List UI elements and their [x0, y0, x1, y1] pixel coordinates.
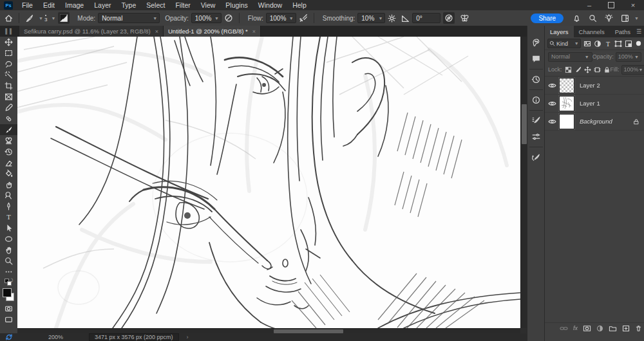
pressure-opacity-icon[interactable]	[224, 14, 233, 23]
lasso-tool[interactable]	[0, 59, 17, 69]
history-panel-icon[interactable]	[527, 71, 545, 88]
search-icon[interactable]	[589, 14, 597, 23]
layer-row-layer1[interactable]: Layer 1	[545, 95, 644, 113]
brushes-panel-icon[interactable]	[527, 129, 545, 145]
filter-adjustment-layers-icon[interactable]	[594, 39, 601, 48]
visibility-eye-icon[interactable]	[545, 82, 559, 89]
layer-thumbnail[interactable]	[559, 96, 574, 111]
dodge-tool[interactable]	[0, 190, 17, 201]
hand-tool[interactable]	[0, 244, 17, 255]
edit-toolbar-ellipsis-icon[interactable]	[0, 266, 17, 277]
menu-select[interactable]: Select	[141, 1, 170, 9]
layer-name[interactable]: Background	[580, 118, 633, 125]
canvas-viewport[interactable]	[17, 37, 520, 328]
menu-edit[interactable]: Edit	[38, 1, 60, 9]
layer-fill-input[interactable]: 100% ▼	[621, 65, 644, 75]
layer-name[interactable]: Layer 2	[580, 82, 644, 89]
color-swatches-control[interactable]	[0, 286, 17, 303]
object-selection-tool[interactable]	[0, 69, 17, 80]
share-button[interactable]: Share	[531, 14, 564, 23]
symmetry-butterfly-icon[interactable]	[460, 14, 469, 23]
smoothing-input[interactable]: 10% ▼	[357, 13, 385, 23]
close-button[interactable]: ×	[622, 0, 644, 10]
menu-window[interactable]: Window	[253, 1, 287, 9]
filter-type-layers-icon[interactable]: T	[604, 39, 612, 48]
swatches-panel-icon[interactable]	[527, 35, 545, 51]
document-tab-untitled[interactable]: Untitled-1 @ 200% (RGB/8) * ×	[164, 26, 261, 37]
brush-tool[interactable]	[0, 124, 17, 135]
brush-tool-preset-icon[interactable]	[25, 14, 33, 23]
move-tool[interactable]	[0, 37, 17, 48]
home-icon[interactable]	[5, 14, 13, 23]
menu-image[interactable]: Image	[60, 1, 89, 9]
brush-panel-toggle-icon[interactable]	[58, 12, 70, 24]
quick-mask-button[interactable]	[0, 303, 17, 314]
minimize-button[interactable]: –	[578, 0, 600, 10]
workspace-chevron-icon[interactable]: ▼	[634, 16, 639, 21]
brush-settings-panel-icon[interactable]	[527, 113, 545, 129]
zoom-level-value[interactable]: 200%	[48, 334, 63, 340]
layer-style-fx-icon[interactable]: fx	[573, 325, 578, 331]
tab-layers[interactable]: Layers	[545, 26, 574, 37]
paint-bucket-tool[interactable]	[0, 168, 17, 179]
new-layer-icon[interactable]	[622, 325, 630, 332]
brush-angle-input[interactable]: 0°	[412, 13, 440, 23]
path-selection-tool[interactable]	[0, 223, 17, 234]
notifications-bell-icon[interactable]	[573, 14, 581, 23]
menu-help[interactable]: Help	[287, 1, 312, 9]
comments-panel-icon[interactable]	[527, 51, 545, 67]
tab-paths[interactable]: Paths	[610, 26, 636, 37]
eraser-tool[interactable]	[0, 157, 17, 168]
eyedropper-tool[interactable]	[0, 102, 17, 113]
panel-collapse-icon[interactable]: ▌▌	[0, 26, 19, 37]
layer-name[interactable]: Layer 1	[580, 100, 644, 107]
frame-tool[interactable]	[0, 91, 17, 102]
healing-brush-tool[interactable]	[0, 113, 17, 124]
lock-paint-icon[interactable]	[574, 66, 582, 73]
pressure-size-icon[interactable]	[443, 12, 455, 24]
new-group-folder-icon[interactable]	[609, 325, 617, 332]
discover-lightbulb-icon[interactable]	[605, 14, 613, 23]
default-colors-control[interactable]: ⤸	[0, 277, 17, 286]
layer-opacity-input[interactable]: 100% ▼	[616, 52, 641, 62]
lock-position-icon[interactable]	[584, 66, 591, 73]
visibility-eye-icon[interactable]	[545, 118, 559, 125]
clone-stamp-tool[interactable]	[0, 135, 17, 146]
smudge-tool[interactable]	[0, 179, 17, 190]
pen-tool[interactable]	[0, 201, 17, 212]
brush-size-chevron-icon[interactable]: ▼	[51, 16, 55, 21]
blend-mode-select[interactable]: Normal ▼	[98, 13, 160, 23]
layer-thumbnail[interactable]	[559, 78, 574, 93]
marquee-tool[interactable]	[0, 48, 17, 59]
vertical-scrollbar-thumb[interactable]	[522, 104, 527, 144]
filter-shape-layers-icon[interactable]	[614, 39, 622, 48]
document-tab-sefikura[interactable]: Sefikura carry.psd @ 11.6% (Layer 23, RG…	[19, 26, 164, 37]
delete-layer-trash-icon[interactable]	[635, 325, 642, 332]
filter-pixel-layers-icon[interactable]	[583, 39, 591, 48]
link-layers-icon[interactable]	[560, 325, 568, 332]
layer-blend-mode-select[interactable]: Normal ▼	[548, 52, 592, 62]
menu-layer[interactable]: Layer	[89, 1, 116, 9]
crop-tool[interactable]	[0, 80, 17, 91]
opacity-input[interactable]: 100% ▼	[191, 13, 222, 23]
layer-row-background[interactable]: Background	[545, 113, 644, 131]
lock-transparency-icon[interactable]	[565, 66, 572, 73]
menu-plugins[interactable]: Plugins	[220, 1, 252, 9]
smoothing-gear-icon[interactable]	[388, 14, 396, 23]
menu-view[interactable]: View	[196, 1, 221, 9]
filter-smart-objects-icon[interactable]	[625, 39, 632, 48]
flow-input[interactable]: 100% ▼	[266, 13, 296, 23]
close-tab-icon[interactable]: ×	[252, 28, 256, 35]
swap-colors-icon[interactable]: ⤸	[10, 278, 13, 283]
brush-preset-chevron-icon[interactable]: ▼	[39, 16, 43, 21]
history-brush-tool[interactable]	[0, 146, 17, 157]
menu-file[interactable]: File	[17, 1, 38, 9]
type-tool[interactable]: T	[0, 212, 17, 223]
screen-mode-button[interactable]	[0, 314, 17, 325]
layer-row-layer2[interactable]: Layer 2	[545, 77, 644, 95]
visibility-eye-icon[interactable]	[545, 100, 559, 107]
cloud-sync-icon[interactable]	[5, 333, 13, 341]
filter-kind-select[interactable]: Kind ▼	[547, 39, 581, 48]
airbrush-icon[interactable]	[299, 14, 308, 23]
close-tab-icon[interactable]: ×	[155, 28, 158, 35]
